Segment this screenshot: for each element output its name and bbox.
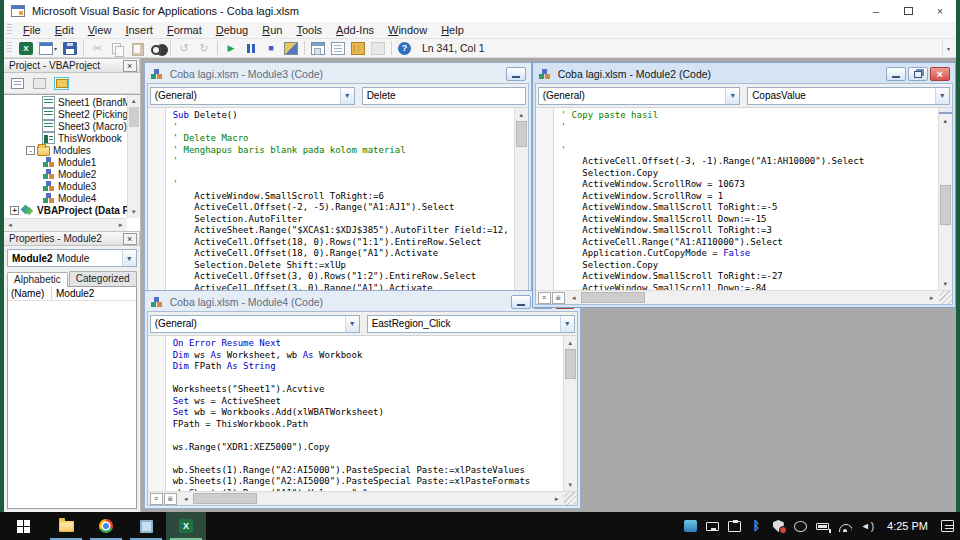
object-selector[interactable]: Module2 Module ▼ (7, 249, 137, 267)
tree-item-module4[interactable]: Module4 (4, 192, 127, 204)
taskbar-file-explorer-button[interactable] (46, 512, 86, 540)
start-button[interactable] (0, 512, 46, 540)
tree-item-thisworkbook[interactable]: ThisWorkbook (4, 132, 127, 144)
maximize-button[interactable] (892, 0, 924, 22)
menu-insert[interactable]: Insert (118, 24, 160, 36)
procedure-dropdown[interactable]: Delete (362, 87, 526, 105)
view-code-button[interactable] (8, 75, 27, 91)
scrollbar-track[interactable] (939, 127, 952, 277)
scrollbar-thumb[interactable] (516, 121, 527, 147)
toggle-folders-button[interactable] (52, 75, 71, 91)
tree-item-modules[interactable]: -Modules (4, 144, 127, 156)
close-button[interactable] (930, 67, 950, 81)
reset-button[interactable] (261, 41, 281, 56)
minimize-button[interactable] (886, 67, 906, 81)
procedure-view-button[interactable]: ≡ (150, 493, 163, 505)
tree-item-sheet2-pickingl[interactable]: Sheet2 (PickingL (4, 108, 127, 120)
tree-item-vbaproject-data-pa[interactable]: +VBAProject (Data Pa (4, 204, 127, 216)
toolbox-button[interactable] (368, 41, 388, 56)
tree-item-module1[interactable]: Module1 (4, 156, 127, 168)
battery-icon[interactable] (816, 523, 829, 530)
resize-grip[interactable] (939, 291, 952, 304)
find-button[interactable] (147, 41, 167, 56)
object-dropdown[interactable]: (General) ▼ (538, 87, 741, 105)
scroll-up-icon[interactable]: ▲ (939, 114, 952, 127)
procedure-dropdown[interactable]: EastRegion_Click ▼ (367, 315, 575, 333)
taskbar-photos-app-button[interactable] (126, 512, 166, 540)
scrollbar-track[interactable] (16, 219, 115, 231)
procedure-view-button[interactable]: ≡ (538, 292, 551, 304)
scroll-down-icon[interactable]: ▼ (939, 277, 952, 290)
vertical-scrollbar[interactable]: ▲ ▼ (938, 108, 952, 290)
scroll-up-icon[interactable]: ▲ (515, 108, 528, 121)
view-excel-button[interactable] (16, 41, 36, 56)
full-module-view-button[interactable]: ≣ (552, 292, 565, 304)
action-center-icon[interactable] (941, 520, 954, 532)
code-window-module3[interactable]: Coba lagi.xlsm - Module3 (Code) (General… (144, 62, 532, 314)
code-margin[interactable] (148, 336, 166, 491)
scrollbar-track[interactable] (564, 349, 577, 478)
redo-button[interactable] (194, 41, 214, 56)
scroll-left-icon[interactable]: ◄ (567, 291, 581, 304)
cut-button[interactable] (87, 41, 107, 56)
code-editor[interactable]: Sub Delete()'' Delete Macro' Menghapus b… (148, 108, 528, 310)
scrollbar-thumb[interactable] (565, 349, 576, 379)
vertical-scrollbar[interactable]: ▲ (514, 108, 528, 310)
menu-format[interactable]: Format (160, 24, 209, 36)
chevron-down-icon[interactable]: ▼ (560, 316, 574, 332)
menu-debug[interactable]: Debug (209, 24, 255, 36)
paste-button[interactable] (127, 41, 147, 56)
menu-edit[interactable]: Edit (48, 24, 81, 36)
module3-title-bar[interactable]: Coba lagi.xlsm - Module3 (Code) (147, 65, 529, 83)
menu-file[interactable]: File (16, 24, 48, 36)
tree-vertical-scrollbar[interactable]: ▲ ▼ (127, 95, 140, 218)
property-row[interactable]: (Name) Module2 (8, 287, 136, 301)
menu-run[interactable]: Run (255, 24, 289, 36)
toolbar-options-button[interactable]: ▾ (942, 40, 954, 56)
tab-categorized[interactable]: Categorized (69, 271, 137, 286)
bluetooth-icon[interactable]: ᛒ (750, 518, 763, 534)
scroll-down-icon[interactable]: ▼ (564, 478, 577, 491)
code-margin[interactable] (148, 108, 166, 310)
chevron-down-icon[interactable]: ▼ (340, 88, 354, 104)
scrollbar-thumb[interactable] (940, 185, 951, 225)
procedure-dropdown[interactable]: CopasValue ▼ (747, 87, 950, 105)
tree-item-sheet1-brandm[interactable]: Sheet1 (BrandM (4, 96, 127, 108)
code-margin[interactable] (536, 108, 554, 290)
scrollbar-thumb[interactable] (581, 292, 645, 303)
full-module-view-button[interactable]: ≣ (164, 493, 177, 505)
taskbar-excel-button[interactable] (166, 512, 206, 540)
copy-button[interactable] (107, 41, 127, 56)
defender-icon[interactable] (772, 518, 785, 534)
help-button[interactable] (395, 41, 414, 56)
wifi-icon[interactable] (838, 521, 852, 532)
minimize-button[interactable] (506, 67, 526, 81)
drag-grip[interactable] (7, 24, 12, 36)
chevron-down-icon[interactable]: ▼ (935, 88, 949, 104)
scroll-up-icon[interactable]: ▲ (128, 95, 140, 107)
save-button[interactable] (60, 41, 80, 56)
scroll-left-icon[interactable]: ◄ (179, 492, 193, 505)
tree-item-module3[interactable]: Module3 (4, 180, 127, 192)
tab-alphabetic[interactable]: Alphabetic (7, 272, 68, 287)
object-browser-button[interactable] (348, 41, 368, 56)
expand-icon[interactable]: + (10, 206, 19, 215)
scroll-down-icon[interactable]: ▼ (128, 206, 140, 218)
scrollbar-thumb[interactable] (193, 493, 257, 504)
vertical-scrollbar[interactable]: ▲ ▼ (563, 336, 577, 491)
chevron-down-icon[interactable]: ▼ (345, 316, 359, 332)
collapse-icon[interactable]: - (26, 146, 35, 155)
scroll-right-icon[interactable]: ► (925, 291, 939, 304)
scroll-up-icon[interactable]: ▲ (564, 336, 577, 349)
menu-window[interactable]: Window (381, 24, 434, 36)
scroll-right-icon[interactable]: ► (550, 492, 564, 505)
horizontal-scrollbar[interactable]: ◄ ► (179, 492, 564, 505)
design-mode-button[interactable] (281, 41, 301, 56)
close-icon[interactable]: × (123, 60, 137, 72)
resize-grip[interactable] (564, 492, 577, 505)
scrollbar-thumb[interactable] (129, 107, 139, 127)
horizontal-scrollbar[interactable]: ◄ ► (567, 291, 939, 304)
close-button[interactable]: × (924, 0, 956, 22)
module4-title-bar[interactable]: Coba lagi.xlsm - Module4 (Code) (147, 293, 578, 311)
tree-horizontal-scrollbar[interactable]: ◄ ► (4, 218, 127, 231)
